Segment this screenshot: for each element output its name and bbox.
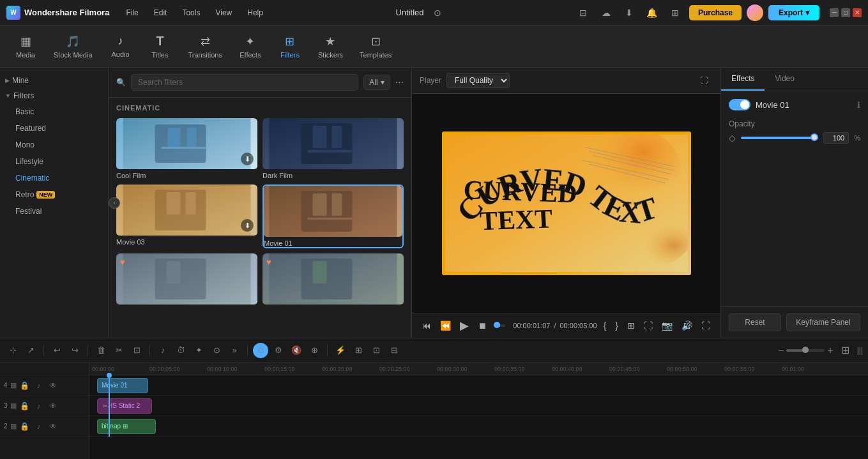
menu-edit[interactable]: Edit: [149, 6, 172, 20]
cloud-icon[interactable]: ☁: [597, 4, 615, 22]
export-button[interactable]: Export ▾: [768, 5, 819, 20]
tl-delete-button[interactable]: 🗑: [93, 343, 109, 358]
tl-eye-4-button[interactable]: 👁: [47, 380, 59, 391]
reset-button[interactable]: Reset: [729, 313, 781, 331]
stop-button[interactable]: ⏹: [475, 319, 489, 332]
tl-select-tool[interactable]: ⊹: [5, 343, 20, 358]
download-icon[interactable]: ⬇: [620, 4, 638, 22]
tab-video[interactable]: Video: [765, 68, 804, 91]
in-point-button[interactable]: {: [601, 319, 609, 332]
filter-card-movie03[interactable]: ⬇ Movie 03: [116, 184, 257, 248]
project-status-icon[interactable]: ⊙: [429, 4, 446, 22]
keyframe-panel-button[interactable]: Keyframe Panel: [786, 313, 860, 331]
tl-marker-btn[interactable]: ⊙: [253, 343, 268, 358]
tl-grid-button[interactable]: |||: [857, 346, 863, 355]
tl-ripple-btn[interactable]: ⚡: [333, 343, 348, 358]
sidebar-item-basic[interactable]: Basic: [0, 103, 108, 120]
tool-audio[interactable]: ♪ Audio: [102, 31, 140, 62]
tool-templates[interactable]: ⊡ Templates: [352, 31, 399, 63]
tl-clip-movie01[interactable]: Movie 01: [97, 378, 148, 393]
tl-zoom-slider[interactable]: [786, 349, 825, 352]
tl-more-btn[interactable]: »: [227, 343, 242, 358]
fullscreen-button[interactable]: ⛶: [641, 319, 655, 332]
tl-redo-button[interactable]: ↪: [67, 343, 82, 358]
filter-card-movie01[interactable]: Movie 01: [263, 184, 404, 248]
notification-icon[interactable]: 🔔: [643, 4, 661, 22]
tl-audio-3-button[interactable]: ♪: [33, 400, 45, 412]
preview-fullscreen-icon[interactable]: ⛶: [695, 71, 713, 89]
tl-eye-2-button[interactable]: 👁: [47, 421, 59, 432]
filter-all-dropdown[interactable]: All ▾: [363, 75, 390, 90]
settings-button[interactable]: ⛶: [699, 319, 713, 332]
menu-view[interactable]: View: [210, 6, 237, 20]
tl-audio-4-button[interactable]: ♪: [33, 380, 45, 391]
tl-lock-4-button[interactable]: 🔒: [19, 380, 31, 391]
search-input[interactable]: [131, 74, 358, 91]
tl-lock-2-button[interactable]: 🔒: [19, 421, 31, 432]
quality-select[interactable]: Full Quality 1/2 Quality 1/4 Quality: [446, 73, 510, 88]
tl-undo-button[interactable]: ↩: [49, 343, 65, 358]
tool-transitions[interactable]: ⇄ Transitions: [181, 31, 230, 63]
menu-help[interactable]: Help: [242, 6, 268, 20]
sidebar-item-mono[interactable]: Mono: [0, 137, 108, 153]
effect-info-icon[interactable]: ℹ: [857, 100, 860, 110]
opacity-keyframe-icon[interactable]: ◇: [729, 133, 736, 143]
audio-button[interactable]: 🔊: [679, 319, 695, 332]
tl-track-btn[interactable]: ⊞: [351, 343, 366, 358]
tl-record-btn[interactable]: ⊕: [307, 343, 322, 358]
opacity-slider[interactable]: [741, 137, 818, 139]
collapse-panel-button[interactable]: ‹: [109, 197, 120, 209]
opacity-value[interactable]: 100: [823, 132, 849, 144]
progress-bar[interactable]: [497, 324, 505, 327]
tl-audio-2-button[interactable]: ♪: [33, 421, 45, 432]
tl-add-track-button[interactable]: ⊞: [841, 344, 849, 356]
purchase-button[interactable]: Purchase: [689, 5, 742, 20]
apps-icon[interactable]: ⊞: [666, 4, 684, 22]
sidebar-item-lifestyle[interactable]: Lifestyle: [0, 153, 108, 170]
tl-trim-tool[interactable]: ↗: [23, 343, 38, 358]
filter-card-dark-film[interactable]: Dark Film: [263, 118, 404, 179]
tl-audio-btn[interactable]: ♪: [155, 343, 171, 358]
skip-back-button[interactable]: ⏮: [420, 319, 434, 332]
minimize-window-icon[interactable]: ⊟: [574, 4, 592, 22]
tl-clip-hs-static[interactable]: ✂ HS Static 2: [97, 398, 152, 414]
tool-effects[interactable]: ✦ Effects: [231, 31, 270, 63]
menu-file[interactable]: File: [121, 6, 143, 20]
menu-tools[interactable]: Tools: [177, 6, 205, 20]
step-back-button[interactable]: ⏪: [438, 319, 453, 332]
camera-button[interactable]: 📷: [659, 319, 675, 332]
tl-eye-3-button[interactable]: 👁: [47, 400, 59, 412]
tl-speed-btn[interactable]: ⏱: [173, 343, 188, 358]
tl-split-button[interactable]: ✂: [111, 343, 126, 358]
tool-titles[interactable]: T Titles: [141, 30, 179, 63]
filter-card-heart2[interactable]: ♥: [263, 253, 404, 307]
tool-media[interactable]: ▦ Media: [6, 31, 45, 63]
tl-ai-btn[interactable]: ✦: [191, 343, 206, 358]
avatar[interactable]: [747, 4, 763, 21]
tool-filters[interactable]: ⊞ Filters: [271, 31, 309, 63]
filters-section-header[interactable]: ▼ Filters: [0, 88, 108, 103]
sidebar-item-festival[interactable]: Festival: [0, 203, 108, 220]
tl-scroll-btn[interactable]: ⊟: [386, 343, 402, 358]
sidebar-item-featured[interactable]: Featured: [0, 120, 108, 137]
tl-snap-btn[interactable]: ⚙: [271, 343, 286, 358]
effect-toggle[interactable]: [729, 99, 750, 110]
tl-zoom-out-button[interactable]: −: [778, 345, 784, 356]
sidebar-item-cinematic[interactable]: Cinematic: [0, 170, 108, 186]
tool-stickers[interactable]: ★ Stickers: [310, 31, 351, 63]
play-button[interactable]: ▶: [457, 317, 471, 334]
tl-zoom-in-button[interactable]: +: [827, 345, 833, 356]
tl-clip-btn[interactable]: ⊡: [369, 343, 384, 358]
tl-mute-btn[interactable]: 🔇: [289, 343, 304, 358]
win-restore-button[interactable]: □: [841, 8, 850, 17]
tl-color-btn[interactable]: ⊙: [209, 343, 224, 358]
tool-stock-media[interactable]: 🎵 Stock Media: [46, 31, 100, 63]
clip-add-button[interactable]: ⊞: [625, 319, 637, 332]
filter-card-cool-film[interactable]: FIL ⬇ Cool Film: [116, 118, 257, 179]
win-minimize-button[interactable]: ─: [830, 8, 839, 17]
sidebar-item-retro[interactable]: Retro NEW: [0, 186, 108, 203]
filter-card-heart1[interactable]: ♥: [116, 253, 257, 307]
mine-section-header[interactable]: ▶ Mine: [0, 73, 108, 88]
win-close-button[interactable]: ✕: [853, 8, 862, 17]
more-options-button[interactable]: ···: [395, 77, 404, 88]
